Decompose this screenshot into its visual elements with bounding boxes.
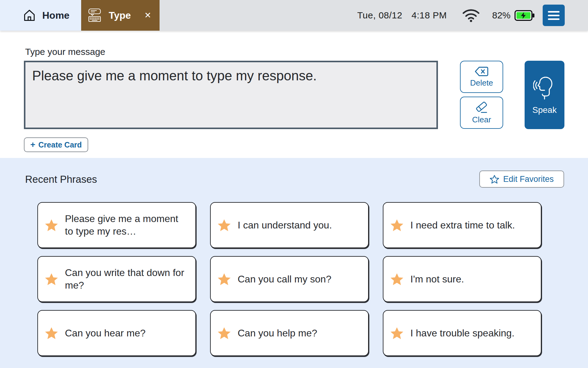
- eraser-icon: [475, 101, 489, 113]
- phrase-card-text: Can you help me?: [238, 327, 317, 339]
- edit-favorites-button[interactable]: Edit Favorites: [479, 171, 564, 188]
- star-icon: [390, 273, 404, 286]
- star-icon: [390, 327, 404, 340]
- tab-home[interactable]: Home: [0, 0, 81, 31]
- phrase-card[interactable]: Please give me a moment to type my res…: [37, 202, 196, 248]
- tab-home-label: Home: [42, 10, 70, 21]
- phrase-card-text: I can understand you.: [238, 219, 332, 232]
- star-outline-icon: [490, 175, 499, 184]
- create-card-button[interactable]: + Create Card: [24, 137, 88, 152]
- phrase-card-text: Can you hear me?: [65, 327, 145, 339]
- tab-type-active[interactable]: Type ✕: [81, 0, 160, 31]
- create-card-button-label: Create Card: [38, 140, 82, 149]
- phrase-cards-grid: Please give me a moment to type my res… …: [37, 202, 541, 356]
- edit-favorites-label: Edit Favorites: [503, 174, 554, 184]
- phrase-card[interactable]: I'm not sure.: [383, 256, 541, 302]
- phrase-card[interactable]: Can you help me?: [210, 310, 369, 356]
- phrase-card[interactable]: Can you write that down for me?: [37, 256, 196, 302]
- phrase-card[interactable]: Can you call my son?: [210, 256, 369, 302]
- keyboard-speech-icon: [87, 8, 102, 23]
- recent-phrases-section: Recent Phrases Edit Favorites Please giv…: [0, 158, 588, 368]
- recent-phrases-title: Recent Phrases: [25, 174, 97, 185]
- phrase-card[interactable]: Can you hear me?: [37, 310, 196, 356]
- hamburger-bar: [548, 18, 560, 20]
- aac-app-page: Home Type ✕ Tue, 08/12 4:18 PM: [0, 0, 588, 368]
- hamburger-menu-button[interactable]: [543, 5, 565, 26]
- star-icon: [217, 327, 231, 340]
- phrase-card-text: I'm not sure.: [410, 273, 464, 286]
- star-icon: [390, 219, 404, 232]
- delete-button[interactable]: Delete: [460, 61, 503, 93]
- phrase-card-text: Can you write that down for me?: [65, 266, 189, 292]
- status-time: 4:18 PM: [412, 10, 447, 21]
- phrase-card[interactable]: I need extra time to talk.: [383, 202, 541, 248]
- status-area: Tue, 08/12 4:18 PM 82%: [357, 0, 588, 31]
- hamburger-bar: [548, 11, 560, 13]
- top-bar: Home Type ✕ Tue, 08/12 4:18 PM: [0, 0, 588, 31]
- speak-button[interactable]: Speak: [525, 61, 564, 129]
- speaking-head-icon: [533, 75, 556, 100]
- clear-button-label: Clear: [472, 115, 491, 125]
- status-date: Tue, 08/12: [357, 10, 402, 21]
- backspace-icon: [474, 66, 489, 77]
- phrase-card-text: I have trouble speaking.: [410, 327, 514, 339]
- message-label: Type your message: [25, 47, 105, 57]
- tab-close-icon[interactable]: ✕: [144, 11, 151, 20]
- star-icon: [44, 327, 58, 340]
- star-icon: [217, 273, 231, 286]
- speak-button-label: Speak: [532, 105, 556, 115]
- battery-percent: 82%: [492, 10, 511, 21]
- message-input[interactable]: Please give me a moment to type my respo…: [24, 61, 438, 129]
- clear-button[interactable]: Clear: [460, 97, 503, 129]
- star-icon: [217, 219, 231, 232]
- home-icon: [23, 9, 36, 22]
- delete-button-label: Delete: [470, 78, 493, 88]
- wifi-icon: [462, 8, 480, 22]
- star-icon: [44, 219, 58, 232]
- phrase-card-text: Can you call my son?: [238, 273, 331, 286]
- plus-icon: +: [30, 140, 35, 149]
- phrase-card[interactable]: I can understand you.: [210, 202, 369, 248]
- battery-charging-icon: [514, 10, 535, 21]
- phrase-card[interactable]: I have trouble speaking.: [383, 310, 541, 356]
- star-icon: [44, 273, 58, 286]
- hamburger-bar: [548, 15, 560, 16]
- phrase-card-text: I need extra time to talk.: [410, 219, 515, 232]
- tab-type-label: Type: [109, 10, 131, 21]
- phrase-card-text: Please give me a moment to type my res…: [65, 213, 189, 238]
